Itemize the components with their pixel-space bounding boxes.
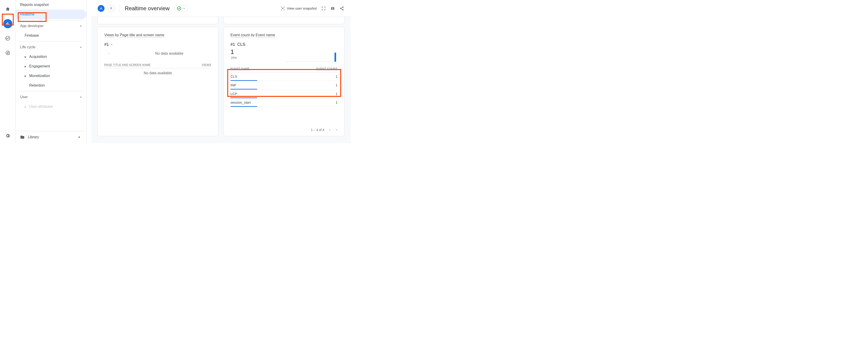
section-life-cycle[interactable]: Life cycle (16, 42, 87, 52)
sidebar-item-label: Monetization (29, 74, 50, 78)
sidebar-item-retention[interactable]: ▶ Retention (16, 81, 87, 90)
metric-name[interactable]: Event count (230, 33, 250, 37)
reports-icon[interactable] (3, 19, 12, 28)
sidebar-item-acquisition[interactable]: ▶ Acquisition (16, 52, 87, 62)
divider (120, 4, 120, 12)
topbar: A + Realtime overview View user snapshot (91, 0, 350, 17)
event-count: 1 (336, 101, 338, 104)
event-count: 1 (336, 83, 338, 87)
card-title: Views by Page title and screen name (104, 33, 211, 37)
dimension-name[interactable]: Page title and screen name (120, 33, 164, 37)
fullscreen-icon (321, 6, 326, 11)
event-count: 1 (336, 92, 338, 96)
share-icon (340, 6, 344, 11)
dimension-name[interactable]: Event name (255, 33, 275, 37)
library-label: Library (28, 135, 39, 139)
section-label: App developer (20, 24, 43, 28)
table-col-header: PAGE TITLE AND SCREEN NAME (104, 63, 151, 67)
rank-label: #1 (104, 42, 109, 47)
button-label: View user snapshot (287, 6, 317, 10)
pager: 1 – 4 of 4 (224, 124, 344, 136)
svg-point-0 (5, 36, 9, 40)
sidebar-item-reports-snapshot[interactable]: Reports snapshot (16, 0, 87, 9)
collapse-sidebar-button[interactable] (74, 133, 84, 142)
section-user[interactable]: User (16, 92, 87, 102)
advertising-icon[interactable] (3, 48, 12, 58)
views-card: Views by Page title and screen name #1 -… (97, 27, 218, 136)
row-bar (230, 106, 257, 107)
card-row-stubs (91, 17, 350, 27)
compare-button[interactable] (331, 6, 335, 11)
check-circle-icon (177, 6, 181, 10)
rank-value: CLS (237, 42, 245, 47)
segment-chip[interactable]: A (98, 5, 104, 12)
table-col-header: VIEWS (202, 63, 211, 67)
explore-icon[interactable] (3, 34, 12, 43)
no-data-message: No data available (127, 51, 211, 56)
card-stub (223, 17, 345, 24)
add-comparison-button[interactable]: + (108, 5, 115, 12)
sidebar-item-realtime[interactable]: Realtime (16, 9, 87, 19)
compare-icon (331, 6, 335, 11)
sparkline-bar (335, 52, 336, 62)
title-joiner: by (115, 33, 120, 37)
svg-point-6 (340, 8, 341, 9)
nav-rail (0, 0, 16, 143)
card-title: Event count by Event name (230, 33, 338, 37)
svg-rect-4 (333, 7, 334, 10)
svg-point-7 (342, 9, 344, 10)
page-title: Realtime overview (125, 5, 169, 12)
sub-dash: - (104, 51, 114, 56)
event-name: session_start (230, 101, 251, 104)
chevron-down-icon (183, 7, 186, 10)
rank-label: #1 (230, 42, 235, 47)
sidebar-item-firebase[interactable]: Firebase (16, 31, 87, 40)
sidebar-item-label: Retention (29, 83, 45, 87)
metric-name[interactable]: Views (104, 33, 114, 37)
user-focus-icon (280, 6, 285, 11)
home-icon[interactable] (3, 5, 12, 14)
sidebar-item-label: Acquisition (29, 55, 47, 59)
sidebar-item-label: Realtime (20, 12, 34, 16)
chevron-up-icon (79, 45, 83, 49)
chevron-left-icon[interactable] (328, 128, 332, 132)
svg-point-5 (342, 6, 344, 7)
rank-row: #1 CLS (230, 42, 338, 47)
folder-icon (20, 135, 25, 139)
caret-right-icon: ▶ (25, 75, 27, 77)
chevron-right-icon[interactable] (335, 128, 339, 132)
segment-letter: A (100, 6, 102, 10)
sidebar-item-monetization[interactable]: ▶ Monetization (16, 71, 87, 81)
table-row[interactable]: session_start1 (230, 98, 338, 107)
sparkline (286, 52, 336, 62)
rank-row: #1 - (104, 42, 211, 47)
status-dropdown[interactable] (175, 5, 188, 12)
sidebar-item-engagement[interactable]: ▶ Engagement (16, 62, 87, 71)
chevron-left-icon (77, 135, 81, 139)
sidebar-item-label: Firebase (25, 34, 39, 38)
section-label: Life cycle (20, 45, 35, 49)
sidebar-item-label: User attributes (29, 105, 53, 109)
main-content: A + Realtime overview View user snapshot (91, 0, 350, 143)
event-name: INP (230, 83, 236, 87)
settings-icon[interactable] (3, 131, 12, 140)
table-row[interactable]: LCP1 (230, 90, 338, 98)
table-row[interactable]: INP1 (230, 81, 338, 90)
event-name: CLS (230, 74, 237, 78)
table-row[interactable]: CLS1 (230, 72, 338, 81)
events-table: EVENT NAME EVENT COUNT CLS1INP1LCP1sessi… (230, 66, 338, 107)
caret-right-icon: ▶ (25, 65, 27, 68)
table-col-header: EVENT COUNT (316, 67, 338, 71)
title-joiner: by (251, 33, 255, 37)
caret-right-icon: ▶ (25, 105, 27, 108)
chevron-up-icon (79, 95, 83, 99)
share-button[interactable] (340, 6, 344, 11)
reports-sidebar: Reports snapshot Realtime App developer … (16, 0, 87, 143)
section-label: User (20, 95, 28, 99)
sidebar-item-user-attributes[interactable]: ▶ User attributes (16, 102, 87, 111)
view-user-snapshot-button[interactable]: View user snapshot (280, 6, 317, 11)
fullscreen-button[interactable] (321, 6, 326, 11)
pager-label: 1 – 4 of 4 (311, 128, 324, 132)
section-app-developer[interactable]: App developer (16, 21, 87, 31)
event-name: LCP (230, 92, 237, 96)
